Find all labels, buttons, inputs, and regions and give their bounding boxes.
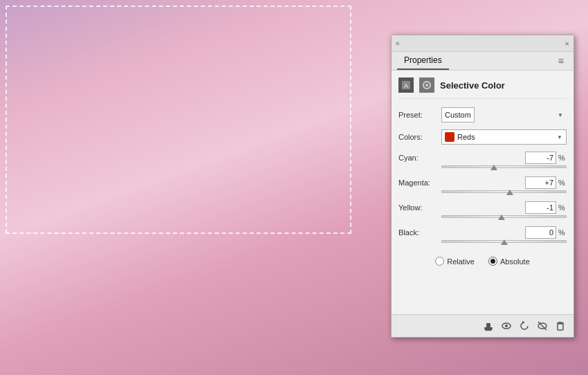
colors-select-wrapper[interactable]: Reds [441,129,567,145]
black-track-container [398,240,567,243]
bottom-toolbar [392,314,573,337]
panel-spacer [392,273,573,314]
black-slider-row: Black: % [398,226,567,243]
properties-panel: « × Properties ≡ A Selective Color [391,35,574,338]
adjustment-icon-1[interactable]: A [398,77,414,93]
yellow-slider-row: Yellow: % [398,201,567,218]
panel-menu-icon[interactable]: ≡ [554,52,568,70]
radio-row: Relative Absolute [398,253,567,266]
close-button[interactable]: × [565,39,569,48]
yellow-percent: % [558,203,567,212]
yellow-value-area: % [441,201,567,214]
colors-row: Colors: Reds [398,129,567,145]
radio-relative[interactable]: Relative [435,257,475,266]
delete-button[interactable] [553,318,568,333]
stamp-button[interactable] [481,318,496,333]
yellow-label: Yellow: [398,203,441,212]
magenta-percent: % [558,179,567,187]
yellow-track[interactable] [441,215,567,218]
radio-absolute[interactable]: Absolute [488,257,530,266]
magenta-track[interactable] [441,190,567,193]
adjustment-icon-2[interactable] [419,77,434,93]
yellow-input[interactable] [525,201,556,214]
cyan-label-row: Cyan: % [398,152,567,164]
svg-point-8 [505,324,508,327]
eye-icon [501,320,512,331]
cyan-thumb[interactable] [490,165,497,170]
magenta-input[interactable] [525,176,556,189]
preset-select-wrapper: Custom [441,107,567,122]
color-dot [445,132,454,142]
magenta-label: Magenta: [398,179,441,187]
cyan-input[interactable] [525,152,556,164]
magenta-value-area: % [441,176,567,189]
tab-properties[interactable]: Properties [397,52,449,70]
cyan-track[interactable] [441,165,567,168]
yellow-track-container [398,215,567,218]
magenta-thumb[interactable] [506,190,513,195]
visibility-button[interactable] [535,318,550,333]
panel-content: A Selective Color Preset: Custom Color [392,71,573,273]
black-value-area: % [441,226,567,239]
svg-rect-5 [486,323,490,327]
absolute-radio-circle[interactable] [488,257,497,266]
svg-rect-4 [484,327,493,329]
black-input[interactable] [525,226,556,239]
absolute-label: Absolute [500,257,530,266]
panel-titlebar: « × [392,35,573,52]
history-button[interactable] [517,318,532,333]
history-icon [519,320,530,331]
preset-select[interactable]: Custom [441,107,475,122]
relative-label: Relative [447,257,475,266]
preset-row: Preset: Custom [398,107,567,122]
cyan-value-area: % [441,152,567,164]
svg-rect-11 [558,324,563,330]
yellow-thumb[interactable] [498,214,505,220]
magenta-label-row: Magenta: % [398,176,567,189]
svg-text:A: A [404,82,408,89]
relative-radio-circle[interactable] [435,257,444,266]
magenta-slider-row: Magenta: % [398,176,567,193]
yellow-label-row: Yellow: % [398,201,567,214]
magenta-track-container [398,190,567,193]
colors-label: Colors: [398,133,441,141]
black-label: Black: [398,228,441,237]
trash-icon [555,320,566,331]
colors-value: Reds [457,133,563,141]
cyan-label: Cyan: [398,154,441,162]
black-label-row: Black: % [398,226,567,239]
preset-label: Preset: [398,111,441,119]
cyan-percent: % [558,154,567,162]
cyan-slider-row: Cyan: % [398,152,567,168]
eye-button[interactable] [499,318,514,333]
panel-title-left: « [396,39,400,47]
visibility-icon [537,320,548,331]
black-percent: % [558,228,567,237]
svg-rect-6 [485,329,492,331]
panel-tabs: Properties ≡ [392,52,573,71]
cyan-track-container [398,165,567,168]
selective-color-header: A Selective Color [398,77,567,99]
svg-point-3 [425,84,428,86]
black-thumb[interactable] [501,239,508,245]
stamp-icon [483,320,494,331]
collapse-icon[interactable]: « [396,39,400,47]
black-track[interactable] [441,240,567,243]
selective-color-title: Selective Color [440,80,505,91]
